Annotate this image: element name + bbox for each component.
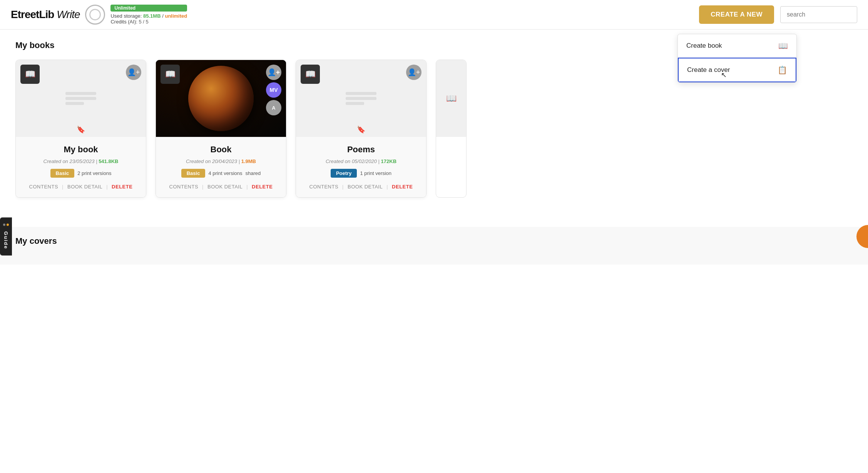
- book-tags-poems: Poetry 1 print version: [304, 169, 418, 178]
- book-detail-link-mybook[interactable]: BOOK DETAIL: [67, 184, 102, 190]
- create-new-button[interactable]: CREATE A NEW: [699, 5, 774, 24]
- guide-sidebar[interactable]: Guide: [0, 218, 12, 256]
- tag-poetry-poems: Poetry: [331, 169, 357, 178]
- dropdown-menu: Create book 📖 Create a cover 📋 ↖: [677, 34, 797, 83]
- book-tags-mybook: Basic 2 print versions: [23, 169, 138, 178]
- logo-circle-inner: [89, 9, 101, 20]
- placeholder-lines-poems: [346, 92, 376, 105]
- book-actions-poems: CONTENTS | BOOK DETAIL | DELETE: [304, 184, 418, 190]
- book-icon: 📖: [778, 41, 788, 50]
- book-actions-mybook: CONTENTS | BOOK DETAIL | DELETE: [23, 184, 138, 190]
- contents-link-mybook[interactable]: CONTENTS: [29, 184, 59, 190]
- delete-link-poems[interactable]: DELETE: [392, 184, 413, 190]
- bookmark-icon-mybook: 🔖: [77, 125, 85, 134]
- unlimited-badge: Unlimited: [110, 5, 187, 12]
- my-covers-title: My covers: [15, 236, 853, 246]
- placeholder-lines: [65, 92, 96, 105]
- cover-icon: 📋: [778, 65, 787, 75]
- book-card-poems: 📖 🔖 👤+ Poems Created on 05/02/2020 |: [296, 60, 426, 198]
- avatar-group-book: 👤+ MV A: [266, 65, 281, 115]
- logo-circle: [85, 5, 105, 25]
- dropdown-create-cover[interactable]: Create a cover 📋 ↖: [678, 58, 796, 82]
- header-right: CREATE A NEW: [699, 5, 857, 24]
- book-actions-book: CONTENTS | BOOK DETAIL | DELETE: [164, 184, 278, 190]
- book-size-book: 1.9MB: [241, 158, 256, 164]
- book-size-mybook: 541.8KB: [99, 158, 118, 164]
- shared-tag-book: shared: [246, 170, 261, 176]
- placeholder-line-p2: [346, 97, 376, 100]
- book-meta-mybook: Created on 23/05/2023 | 541.8KB: [23, 158, 138, 164]
- versions-book: 4 print versions: [208, 170, 242, 176]
- book-meta-poems: Created on 05/02/2020 | 172KB: [304, 158, 418, 164]
- bookmark-icon-poems: 🔖: [357, 125, 365, 134]
- covers-section: My covers: [0, 227, 868, 265]
- book-info-mybook: My book Created on 23/05/2023 | 541.8KB …: [16, 137, 146, 197]
- planet-sphere: [188, 66, 254, 131]
- placeholder-line-3: [65, 102, 84, 105]
- book-icon-book[interactable]: 📖: [161, 65, 180, 84]
- add-person-icon-poems: 👤+: [408, 68, 420, 77]
- create-cover-label: Create a cover: [687, 66, 730, 74]
- create-book-label: Create book: [686, 42, 722, 50]
- versions-poems: 1 print version: [360, 170, 391, 176]
- tag-basic-mybook: Basic: [50, 169, 75, 178]
- book-cover-poems: 📖 🔖 👤+: [296, 60, 426, 137]
- avatar-mv: MV: [266, 82, 281, 98]
- add-person-icon: 👤+: [127, 68, 140, 77]
- delete-link-mybook[interactable]: DELETE: [112, 184, 132, 190]
- logo-area: EtreetLib Write Unlimited Used storage: …: [11, 5, 187, 25]
- book-detail-link-book[interactable]: BOOK DETAIL: [207, 184, 243, 190]
- book-size-poems: 172KB: [381, 158, 396, 164]
- book-cover-book: 📖 👤+ MV A: [156, 60, 286, 137]
- book-tags-book: Basic 4 print versions shared: [164, 169, 278, 178]
- versions-mybook: 2 print versions: [77, 170, 111, 176]
- credits-line: Credits (AI): 5 / 5: [110, 19, 187, 25]
- contents-link-poems[interactable]: CONTENTS: [309, 184, 339, 190]
- book-title-mybook: My book: [23, 145, 138, 155]
- avatar-a: A: [266, 100, 281, 115]
- book-title-poems: Poems: [304, 145, 418, 155]
- dropdown-create-book[interactable]: Create book 📖: [678, 34, 796, 58]
- book-placeholder-poems: [346, 92, 376, 105]
- contents-link-book[interactable]: CONTENTS: [169, 184, 199, 190]
- book-cover-partial: 📖: [436, 60, 466, 137]
- book-placeholder-mybook: [65, 92, 96, 105]
- placeholder-line-2: [65, 97, 96, 100]
- tag-basic-book: Basic: [181, 169, 206, 178]
- book-info-book: Book Created on 20/04/2023 | 1.9MB Basic…: [156, 137, 286, 197]
- placeholder-line-p1: [346, 92, 376, 95]
- delete-link-book[interactable]: DELETE: [252, 184, 273, 190]
- search-input[interactable]: [780, 6, 857, 23]
- book-detail-link-poems[interactable]: BOOK DETAIL: [348, 184, 383, 190]
- add-collaborator-book[interactable]: 👤+: [266, 65, 281, 80]
- book-card-partial: 📖: [436, 60, 467, 198]
- storage-area: Unlimited Used storage: 85.1MB / unlimit…: [110, 5, 187, 25]
- guide-label: Guide: [3, 232, 9, 250]
- placeholder-line-p3: [346, 102, 364, 105]
- book-meta-book: Created on 20/04/2023 | 1.9MB: [164, 158, 278, 164]
- book-card-mybook: 📖 🔖 👤+ My book Created on 23/05/2023 |: [15, 60, 146, 198]
- add-collaborator-poems[interactable]: 👤+: [406, 65, 421, 80]
- header: EtreetLib Write Unlimited Used storage: …: [0, 0, 868, 30]
- book-title-book: Book: [164, 145, 278, 155]
- logo-text: EtreetLib Write: [11, 8, 80, 20]
- book-cover-mybook: 📖 🔖 👤+: [16, 60, 146, 137]
- logo-write: Write: [57, 8, 80, 20]
- book-icon-mybook[interactable]: 📖: [20, 65, 40, 84]
- guide-dots: [3, 224, 9, 226]
- book-icon-poems[interactable]: 📖: [301, 65, 320, 84]
- storage-line: Used storage: 85.1MB / unlimited: [110, 13, 187, 19]
- add-collaborator-mybook[interactable]: 👤+: [126, 65, 141, 80]
- book-icon-partial: 📖: [446, 93, 457, 103]
- book-card-book: 📖 👤+ MV A Book Created on 20/04/2023 | 1…: [156, 60, 286, 198]
- logo: EtreetLib Write: [11, 8, 80, 21]
- placeholder-line-1: [65, 92, 96, 95]
- book-info-poems: Poems Created on 05/02/2020 | 172KB Poet…: [296, 137, 426, 197]
